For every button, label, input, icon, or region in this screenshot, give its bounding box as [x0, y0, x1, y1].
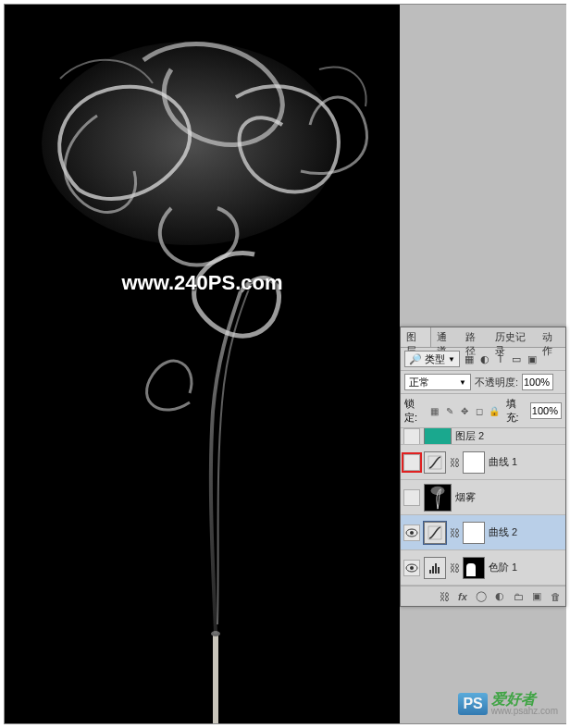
- svg-point-6: [410, 531, 414, 535]
- lock-transparency-icon[interactable]: ▦: [428, 404, 440, 417]
- filter-kind-label: 类型: [425, 352, 445, 366]
- layer-filter-row: 🔎 类型 ▼ ▦ ◐ T ▭ ▣: [401, 348, 565, 371]
- smoke-image: [5, 5, 400, 723]
- visibility-toggle[interactable]: [403, 489, 420, 506]
- new-layer-icon[interactable]: ▣: [530, 590, 543, 603]
- layer-row[interactable]: ⛓ 曲线 1: [401, 445, 565, 480]
- layer-row[interactable]: ⛓ 曲线 2: [401, 515, 565, 550]
- visibility-toggle[interactable]: [403, 428, 420, 445]
- chevron-down-icon: ▼: [459, 378, 466, 387]
- svg-point-9: [410, 566, 414, 570]
- filter-kind-select[interactable]: 🔎 类型 ▼: [404, 351, 460, 367]
- link-icon: ⛓: [450, 526, 459, 539]
- layer-row[interactable]: 烟雾: [401, 480, 565, 515]
- lock-brush-icon[interactable]: ✎: [443, 404, 455, 417]
- link-layers-icon[interactable]: ⛓: [438, 590, 451, 603]
- lock-row: 锁定: ▦ ✎ ✥ ◻ 🔒 填充: 100%: [401, 394, 565, 428]
- mask-thumbnail[interactable]: [463, 522, 485, 544]
- filter-shape-icon[interactable]: ▭: [510, 352, 523, 365]
- link-icon: ⛓: [450, 456, 459, 469]
- layer-name: 色阶 1: [489, 561, 517, 574]
- lock-move-icon[interactable]: ✥: [458, 404, 470, 417]
- layer-thumbnail[interactable]: [424, 428, 452, 445]
- curves-icon: [428, 525, 442, 540]
- visibility-toggle[interactable]: [403, 454, 420, 471]
- adjustment-thumbnail[interactable]: [424, 451, 446, 474]
- fill-value: 100%: [532, 405, 558, 416]
- layer-list: 图层 2 ⛓ 曲线 1 烟雾: [401, 428, 565, 586]
- watermark-cn: 爱好者: [491, 692, 558, 707]
- curves-icon: [428, 455, 442, 470]
- adjustment-thumbnail[interactable]: [424, 522, 446, 544]
- image-watermark: www.240PS.com: [121, 271, 282, 295]
- adjustment-thumbnail[interactable]: [424, 557, 446, 579]
- search-icon: 🔎: [409, 352, 422, 365]
- eye-icon: [405, 563, 418, 573]
- panel-tabs: 图层 通道 路径 历史记录 动作: [401, 327, 565, 348]
- adjustment-icon[interactable]: ◐: [493, 590, 506, 603]
- filter-adjust-icon[interactable]: ◐: [478, 352, 491, 365]
- lock-label: 锁定:: [404, 397, 426, 425]
- blend-row: 正常 ▼ 不透明度: 100%: [401, 371, 565, 394]
- layer-name: 曲线 2: [489, 525, 517, 539]
- layers-panel: 图层 通道 路径 历史记录 动作 🔎 类型 ▼ ▦ ◐ T ▭ ▣ 正常 ▼ 不…: [400, 327, 566, 607]
- filter-pixel-icon[interactable]: ▦: [463, 352, 476, 365]
- tab-paths[interactable]: 路径: [460, 327, 489, 347]
- fx-icon[interactable]: fx: [456, 590, 469, 603]
- folder-icon[interactable]: 🗀: [512, 590, 525, 603]
- svg-rect-10: [429, 570, 431, 574]
- eye-icon: [405, 528, 418, 537]
- layer-row[interactable]: ⛓ 色阶 1: [401, 550, 565, 586]
- tab-layers[interactable]: 图层: [401, 327, 431, 347]
- fill-input[interactable]: 100%: [530, 402, 562, 419]
- panel-footer: ⛓ fx ◯ ◐ 🗀 ▣ 🗑: [401, 586, 565, 606]
- tab-channels[interactable]: 通道: [431, 327, 461, 347]
- layer-thumbnail[interactable]: [424, 484, 452, 512]
- opacity-value: 100%: [524, 376, 550, 388]
- svg-rect-0: [213, 634, 218, 723]
- opacity-input[interactable]: 100%: [522, 374, 553, 390]
- ps-badge: PS: [458, 693, 487, 715]
- watermark-url: www.psahz.com: [491, 707, 558, 716]
- layer-name: 图层 2: [455, 429, 484, 443]
- svg-rect-11: [432, 566, 434, 574]
- layer-row[interactable]: 图层 2: [401, 428, 565, 445]
- link-icon: ⛓: [450, 561, 459, 574]
- layer-name: 曲线 1: [489, 455, 517, 469]
- mask-thumbnail[interactable]: [463, 557, 485, 579]
- mask-thumbnail[interactable]: [463, 451, 485, 474]
- svg-rect-12: [435, 563, 437, 574]
- opacity-label: 不透明度:: [475, 376, 518, 389]
- blend-mode-value: 正常: [409, 376, 429, 389]
- canvas: www.240PS.com: [5, 5, 400, 723]
- trash-icon[interactable]: 🗑: [549, 590, 562, 603]
- svg-rect-13: [438, 567, 440, 574]
- visibility-toggle[interactable]: [403, 560, 420, 576]
- visibility-toggle[interactable]: [403, 524, 420, 541]
- levels-icon: [428, 561, 442, 575]
- chevron-down-icon: ▼: [448, 355, 455, 364]
- filter-text-icon[interactable]: T: [494, 352, 507, 365]
- mask-icon[interactable]: ◯: [475, 590, 488, 603]
- blend-mode-select[interactable]: 正常 ▼: [404, 374, 471, 390]
- svg-point-4: [431, 486, 445, 494]
- tab-actions[interactable]: 动作: [537, 327, 566, 347]
- tab-history[interactable]: 历史记录: [489, 327, 537, 347]
- lock-all-icon[interactable]: 🔒: [489, 404, 501, 417]
- fill-label: 填充:: [506, 397, 527, 425]
- layer-name: 烟雾: [455, 490, 476, 504]
- site-watermark: PS 爱好者 www.psahz.com: [458, 692, 558, 716]
- lock-artboard-icon[interactable]: ◻: [474, 404, 486, 417]
- filter-smart-icon[interactable]: ▣: [526, 352, 539, 365]
